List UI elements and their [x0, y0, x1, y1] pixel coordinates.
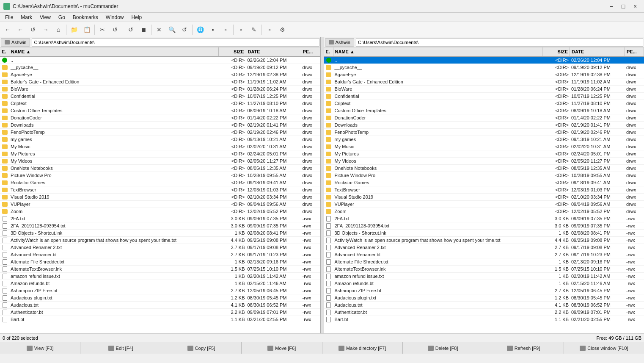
right-panel-col-name[interactable]: NAME ▲	[333, 47, 543, 56]
file-row[interactable]: Audacious.txt4.1 KB08/30/19 06:52 PM-rwx	[0, 302, 320, 309]
toolbar-btn-4[interactable]: ⌂	[52, 24, 64, 36]
file-row[interactable]: My Pictures<DIR>02/24/20 05:01 PMdrwx	[324, 150, 644, 158]
file-row[interactable]: Bart.bt1.1 KB02/21/20 02:55 PM-rwx	[324, 316, 644, 323]
toolbar-btn-8[interactable]: ↺	[109, 24, 121, 36]
file-row[interactable]: Custom Office Templates<DIR>08/09/19 10:…	[0, 107, 320, 114]
right-panel-path-input[interactable]	[356, 38, 643, 47]
file-row[interactable]: Amazon refunds.bt1 KB02/15/20 11:46 AM-r…	[0, 280, 320, 287]
file-row[interactable]: ActivityWatch is an open source program …	[324, 237, 644, 244]
toolbar-btn-19[interactable]: ▫	[264, 24, 275, 36]
file-row[interactable]: Advanced Renamer 2.txt2.7 KB09/17/19 09:…	[324, 244, 644, 251]
file-row[interactable]: AgaueEye<DIR>12/19/19 02:38 PMdrwx	[0, 71, 320, 78]
menu-item-window[interactable]: Window	[102, 14, 127, 21]
toolbar-btn-2[interactable]: ↺	[27, 24, 39, 36]
file-row[interactable]: Criptext<DIR>11/27/19 08:10 PMdrwx	[0, 100, 320, 107]
toolbar-btn-14[interactable]: 🌐	[194, 24, 206, 36]
splitter[interactable]	[321, 37, 324, 333]
file-row[interactable]: Ashampoo ZIP Free.bt2.7 KB12/05/19 06:45…	[0, 287, 320, 294]
file-row[interactable]: OneNote Notebooks<DIR>08/05/19 12:35 AMd…	[324, 165, 644, 172]
file-row[interactable]: My Pictures<DIR>02/24/20 05:01 PMdrwx	[0, 150, 320, 158]
file-row[interactable]: AgaueEye<DIR>12/19/19 02:38 PMdrwx	[324, 71, 644, 78]
maximize-button[interactable]: □	[618, 2, 629, 11]
menu-item-view[interactable]: View	[36, 14, 54, 21]
left-panel-col-size[interactable]: SIZE	[219, 47, 246, 56]
toolbar-btn-15[interactable]: ▪	[207, 24, 219, 36]
file-row[interactable]: BioWare<DIR>01/28/20 06:24 PMdrwx	[324, 86, 644, 93]
menu-item-help[interactable]: Help	[128, 14, 146, 21]
file-row[interactable]: Authenticator.bt2.2 KB09/09/19 07:01 PM-…	[324, 309, 644, 316]
file-row[interactable]: Zoom<DIR>12/02/19 05:52 PMdrwx	[0, 208, 320, 215]
menu-item-file[interactable]: File	[2, 14, 17, 21]
file-row[interactable]: AlternateTextBrowser.lnk1.5 KB07/25/15 1…	[324, 266, 644, 273]
toolbar-btn-3[interactable]: →	[40, 24, 52, 36]
file-row[interactable]: Alternate File Shredder.txt1 KB02/13/20 …	[324, 258, 644, 266]
file-row[interactable]: DonationCoder<DIR>01/14/20 02:22 PMdrwx	[324, 114, 644, 122]
file-row[interactable]: Bart.bt1.1 KB02/21/20 02:55 PM-rwx	[0, 316, 320, 323]
bottom-btn-3[interactable]: Move [F6]	[242, 342, 322, 354]
file-row[interactable]: 3D Objects - Shortcut.lnk1 KB02/08/20 08…	[0, 230, 320, 237]
file-row[interactable]: Picture Window Pro<DIR>10/28/19 09:55 AM…	[324, 172, 644, 179]
menu-item-bookmarks[interactable]: Bookmarks	[69, 14, 102, 21]
minimize-button[interactable]: −	[606, 2, 617, 11]
file-row[interactable]: TextBrowser<DIR>12/03/19 01:03 PMdrwx	[324, 186, 644, 194]
toolbar-btn-11[interactable]: ✕	[153, 24, 165, 36]
toolbar-btn-1[interactable]: ←	[14, 24, 26, 36]
file-row[interactable]: ..<DIR>02/26/20 12:04 PM	[0, 57, 320, 64]
file-row[interactable]: Confidential<DIR>10/07/19 12:25 PMdrwx	[0, 93, 320, 100]
file-row[interactable]: Visual Studio 2019<DIR>02/10/20 03:34 PM…	[0, 194, 320, 201]
file-row[interactable]: Advanced Renamer 2.txt2.7 KB09/17/19 09:…	[0, 244, 320, 251]
file-row[interactable]: Visual Studio 2019<DIR>02/10/20 03:34 PM…	[324, 194, 644, 201]
file-row[interactable]: amazon refund issue.txt1 KB02/20/19 11:4…	[0, 273, 320, 280]
toolbar-btn-16[interactable]: ▫	[220, 24, 231, 36]
file-row[interactable]: ActivityWatch is an open source program …	[0, 237, 320, 244]
file-row[interactable]: Advanced Renamer.bt2.7 KB09/17/19 10:23 …	[0, 251, 320, 258]
bottom-btn-7[interactable]: Close window [F10]	[564, 342, 644, 354]
file-row[interactable]: amazon refund issue.txt1 KB02/20/19 11:4…	[324, 273, 644, 280]
file-row[interactable]: Baldur's Gate - Enhanced Edition<DIR>11/…	[0, 78, 320, 86]
file-row[interactable]: Ashampoo ZIP Free.bt2.7 KB12/05/19 06:45…	[324, 287, 644, 294]
file-row[interactable]: VUPlayer<DIR>09/04/19 09:56 AMdrwx	[0, 201, 320, 208]
file-row[interactable]: Criptext<DIR>11/27/19 08:10 PMdrwx	[324, 100, 644, 107]
file-row[interactable]: Audacious plugin.txt1.2 KB08/30/19 05:45…	[324, 294, 644, 302]
file-row[interactable]: Rockstar Games<DIR>09/18/19 09:41 AMdrwx	[324, 179, 644, 186]
file-row[interactable]: My Music<DIR>02/02/20 10:31 AMdrwx	[0, 143, 320, 150]
file-row[interactable]: My Videos<DIR>02/05/20 11:27 PMdrwx	[324, 158, 644, 165]
right-panel-col-e[interactable]: E.	[324, 47, 333, 56]
bottom-btn-2[interactable]: Copy [F5]	[161, 342, 242, 354]
right-panel-file-list[interactable]: ..<DIR>02/26/20 12:04 PM__pycache__<DIR>…	[324, 57, 644, 333]
file-row[interactable]: Rockstar Games<DIR>09/18/19 09:41 AMdrwx	[0, 179, 320, 186]
left-panel-file-list[interactable]: ..<DIR>02/26/20 12:04 PM__pycache__<DIR>…	[0, 57, 320, 333]
right-panel-col-pe[interactable]: PE...	[625, 47, 644, 56]
bottom-btn-0[interactable]: View [F3]	[0, 342, 80, 354]
file-row[interactable]: Audacious.txt4.1 KB08/30/19 06:52 PM-rwx	[324, 302, 644, 309]
file-row[interactable]: Downloads<DIR>02/19/20 01:41 PMdrwx	[324, 122, 644, 129]
file-row[interactable]: 3D Objects - Shortcut.lnk1 KB02/08/20 08…	[324, 230, 644, 237]
right-panel-drive-button[interactable]: Ashwin	[325, 38, 354, 47]
file-row[interactable]: __pycache__<DIR>09/19/20 09:12 PMdrwx	[0, 64, 320, 71]
close-button[interactable]: ×	[630, 2, 641, 11]
file-row[interactable]: my games<DIR>09/13/19 10:21 AMdrwx	[0, 136, 320, 143]
right-panel-col-size[interactable]: SIZE	[542, 47, 570, 56]
toolbar-btn-17[interactable]: ▫	[235, 24, 247, 36]
toolbar-btn-9[interactable]: ↺	[125, 24, 137, 36]
toolbar-btn-0[interactable]: ←	[2, 24, 14, 36]
file-row[interactable]: ..<DIR>02/26/20 12:04 PM	[324, 57, 644, 64]
menu-item-go[interactable]: Go	[55, 14, 69, 21]
left-panel-col-pe[interactable]: PE...	[301, 47, 320, 56]
toolbar-btn-5[interactable]: 📁	[68, 24, 80, 36]
toolbar-btn-12[interactable]: 🔍	[166, 24, 178, 36]
file-row[interactable]: 2FA.txt3.0 KB09/09/19 07:35 PM-rwx	[0, 215, 320, 222]
file-row[interactable]: TextBrowser<DIR>12/03/19 01:03 PMdrwx	[0, 186, 320, 194]
bottom-btn-4[interactable]: Make directory [F7]	[322, 342, 403, 354]
menu-item-mark[interactable]: Mark	[17, 14, 36, 21]
file-row[interactable]: FenoPhotoTemp<DIR>02/19/20 02:46 PMdrwx	[324, 129, 644, 136]
file-row[interactable]: FenoPhotoTemp<DIR>02/19/20 02:46 PMdrwx	[0, 129, 320, 136]
file-row[interactable]: __pycache__<DIR>09/19/20 09:12 PMdrwx	[324, 64, 644, 71]
file-row[interactable]: Amazon refunds.bt1 KB02/15/20 11:46 AM-r…	[324, 280, 644, 287]
left-panel-path-input[interactable]	[32, 38, 319, 47]
file-row[interactable]: My Videos<DIR>02/05/20 11:27 PMdrwx	[0, 158, 320, 165]
file-row[interactable]: Baldur's Gate - Enhanced Edition<DIR>11/…	[324, 78, 644, 86]
toolbar-btn-6[interactable]: 📋	[81, 24, 93, 36]
left-panel-col-e[interactable]: E.	[0, 47, 9, 56]
file-row[interactable]: 2FA_20191128-093954.txt3.0 KB09/09/19 07…	[324, 222, 644, 230]
